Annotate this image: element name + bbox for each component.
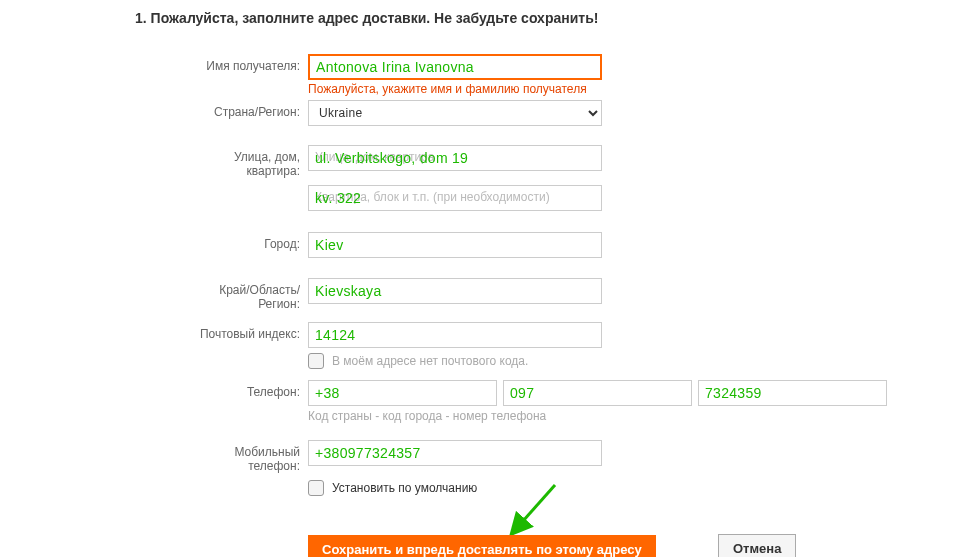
mobile-input[interactable] (308, 440, 602, 466)
svg-line-0 (515, 485, 555, 530)
recipient-input[interactable] (308, 54, 602, 80)
street-label: Улица, дом, квартира: (190, 145, 300, 178)
city-input[interactable] (308, 232, 602, 258)
postcode-input[interactable] (308, 322, 602, 348)
region-input[interactable] (308, 278, 602, 304)
phone-area-code-input[interactable] (503, 380, 692, 406)
phone-hint: Код страны - код города - номер телефона (308, 409, 887, 423)
set-default-checkbox[interactable] (308, 480, 324, 496)
country-select[interactable]: Ukraine (308, 100, 602, 126)
form-heading: 1. Пожалуйста, заполните адрес доставки.… (135, 10, 598, 26)
arrow-icon (505, 480, 565, 540)
street2-spacer (190, 185, 300, 190)
mobile-label: Мобильный телефон: (190, 440, 300, 473)
phone-label: Телефон: (190, 380, 300, 399)
no-postcode-label: В моём адресе нет почтового кода. (332, 354, 528, 368)
phone-number-input[interactable] (698, 380, 887, 406)
country-label: Страна/Регион: (190, 100, 300, 119)
set-default-label: Установить по умолчанию (332, 481, 477, 495)
city-label: Город: (190, 232, 300, 251)
phone-country-code-input[interactable] (308, 380, 497, 406)
region-label: Край/Область/Регион: (190, 278, 300, 311)
cancel-button[interactable]: Отмена (718, 534, 796, 557)
recipient-label: Имя получателя: (190, 54, 300, 73)
street-input[interactable] (308, 145, 602, 171)
recipient-validation: Пожалуйста, укажите имя и фамилию получа… (308, 82, 602, 96)
postcode-label: Почтовый индекс: (190, 322, 300, 341)
save-button[interactable]: Сохранить и впредь доставлять по этому а… (308, 535, 656, 557)
street2-input[interactable] (308, 185, 602, 211)
no-postcode-checkbox[interactable] (308, 353, 324, 369)
